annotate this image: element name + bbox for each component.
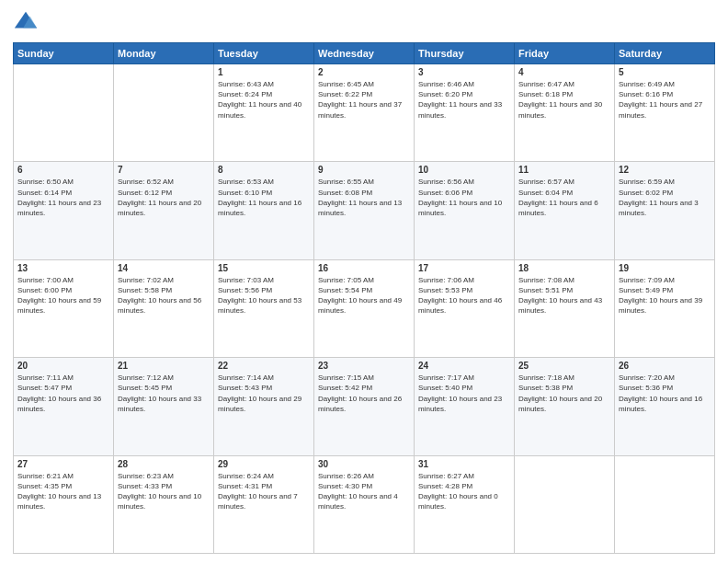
day-cell: 1Sunrise: 6:43 AM Sunset: 6:24 PM Daylig… — [214, 64, 314, 162]
day-cell: 22Sunrise: 7:14 AM Sunset: 5:43 PM Dayli… — [214, 358, 314, 455]
day-info: Sunrise: 7:18 AM Sunset: 5:38 PM Dayligh… — [518, 373, 610, 414]
day-info: Sunrise: 6:27 AM Sunset: 4:28 PM Dayligh… — [418, 471, 510, 512]
day-header-monday: Monday — [114, 43, 214, 64]
logo — [13, 9, 42, 35]
day-number: 26 — [619, 361, 711, 371]
day-info: Sunrise: 6:43 AM Sunset: 6:24 PM Dayligh… — [218, 79, 310, 121]
day-info: Sunrise: 7:02 AM Sunset: 5:58 PM Dayligh… — [118, 275, 210, 316]
day-header-thursday: Thursday — [415, 43, 515, 64]
day-info: Sunrise: 7:12 AM Sunset: 5:45 PM Dayligh… — [118, 373, 210, 414]
day-header-friday: Friday — [515, 43, 615, 64]
day-number: 20 — [17, 361, 109, 371]
day-number: 17 — [418, 263, 510, 273]
day-header-sunday: Sunday — [14, 43, 114, 64]
day-number: 12 — [619, 165, 711, 175]
day-number: 30 — [318, 459, 410, 469]
day-number: 29 — [218, 459, 310, 469]
day-header-tuesday: Tuesday — [214, 43, 314, 64]
day-info: Sunrise: 7:11 AM Sunset: 5:47 PM Dayligh… — [17, 373, 109, 414]
day-cell: 28Sunrise: 6:23 AM Sunset: 4:33 PM Dayli… — [114, 455, 214, 553]
day-number: 25 — [518, 361, 610, 371]
day-cell — [615, 455, 715, 553]
day-cell: 8Sunrise: 6:53 AM Sunset: 6:10 PM Daylig… — [214, 162, 314, 259]
day-cell: 25Sunrise: 7:18 AM Sunset: 5:38 PM Dayli… — [515, 358, 615, 455]
day-header-wednesday: Wednesday — [314, 43, 415, 64]
day-cell: 20Sunrise: 7:11 AM Sunset: 5:47 PM Dayli… — [14, 358, 114, 455]
header-row: SundayMondayTuesdayWednesdayThursdayFrid… — [14, 43, 715, 64]
day-number: 24 — [418, 361, 510, 371]
day-cell: 23Sunrise: 7:15 AM Sunset: 5:42 PM Dayli… — [314, 358, 415, 455]
day-info: Sunrise: 7:08 AM Sunset: 5:51 PM Dayligh… — [518, 275, 610, 316]
day-info: Sunrise: 6:57 AM Sunset: 6:04 PM Dayligh… — [518, 177, 610, 218]
day-cell: 4Sunrise: 6:47 AM Sunset: 6:18 PM Daylig… — [515, 64, 615, 162]
day-cell: 21Sunrise: 7:12 AM Sunset: 5:45 PM Dayli… — [114, 358, 214, 455]
day-number: 7 — [118, 165, 210, 175]
day-number: 14 — [118, 263, 210, 273]
logo-icon — [13, 9, 39, 35]
day-cell: 26Sunrise: 7:20 AM Sunset: 5:36 PM Dayli… — [615, 358, 715, 455]
day-cell: 6Sunrise: 6:50 AM Sunset: 6:14 PM Daylig… — [14, 162, 114, 259]
week-row-4: 20Sunrise: 7:11 AM Sunset: 5:47 PM Dayli… — [14, 358, 715, 455]
day-cell: 27Sunrise: 6:21 AM Sunset: 4:35 PM Dayli… — [14, 455, 114, 553]
day-info: Sunrise: 7:00 AM Sunset: 6:00 PM Dayligh… — [17, 275, 109, 316]
day-cell: 7Sunrise: 6:52 AM Sunset: 6:12 PM Daylig… — [114, 162, 214, 259]
day-number: 8 — [218, 165, 310, 175]
day-info: Sunrise: 7:20 AM Sunset: 5:36 PM Dayligh… — [619, 373, 711, 414]
day-info: Sunrise: 6:50 AM Sunset: 6:14 PM Dayligh… — [17, 177, 109, 218]
day-cell — [515, 455, 615, 553]
day-info: Sunrise: 7:05 AM Sunset: 5:54 PM Dayligh… — [318, 275, 410, 316]
day-number: 18 — [518, 263, 610, 273]
day-cell: 30Sunrise: 6:26 AM Sunset: 4:30 PM Dayli… — [314, 455, 415, 553]
day-info: Sunrise: 6:46 AM Sunset: 6:20 PM Dayligh… — [418, 79, 510, 121]
day-number: 10 — [418, 165, 510, 175]
day-cell: 14Sunrise: 7:02 AM Sunset: 5:58 PM Dayli… — [114, 259, 214, 357]
day-number: 21 — [118, 361, 210, 371]
day-info: Sunrise: 6:26 AM Sunset: 4:30 PM Dayligh… — [318, 471, 410, 512]
day-number: 22 — [218, 361, 310, 371]
day-cell: 15Sunrise: 7:03 AM Sunset: 5:56 PM Dayli… — [214, 259, 314, 357]
day-cell: 24Sunrise: 7:17 AM Sunset: 5:40 PM Dayli… — [415, 358, 515, 455]
day-info: Sunrise: 7:15 AM Sunset: 5:42 PM Dayligh… — [318, 373, 410, 414]
day-info: Sunrise: 7:03 AM Sunset: 5:56 PM Dayligh… — [218, 275, 310, 316]
day-info: Sunrise: 6:47 AM Sunset: 6:18 PM Dayligh… — [518, 79, 610, 121]
day-number: 1 — [218, 67, 310, 77]
day-cell: 18Sunrise: 7:08 AM Sunset: 5:51 PM Dayli… — [515, 259, 615, 357]
day-number: 31 — [418, 459, 510, 469]
day-number: 9 — [318, 165, 410, 175]
day-number: 13 — [17, 263, 109, 273]
day-cell: 3Sunrise: 6:46 AM Sunset: 6:20 PM Daylig… — [415, 64, 515, 162]
day-header-saturday: Saturday — [615, 43, 715, 64]
week-row-2: 6Sunrise: 6:50 AM Sunset: 6:14 PM Daylig… — [14, 162, 715, 259]
day-info: Sunrise: 6:52 AM Sunset: 6:12 PM Dayligh… — [118, 177, 210, 218]
day-info: Sunrise: 6:21 AM Sunset: 4:35 PM Dayligh… — [17, 471, 109, 512]
day-info: Sunrise: 6:59 AM Sunset: 6:02 PM Dayligh… — [619, 177, 711, 218]
day-number: 23 — [318, 361, 410, 371]
day-cell: 9Sunrise: 6:55 AM Sunset: 6:08 PM Daylig… — [314, 162, 415, 259]
day-number: 11 — [518, 165, 610, 175]
week-row-3: 13Sunrise: 7:00 AM Sunset: 6:00 PM Dayli… — [14, 259, 715, 357]
day-number: 19 — [619, 263, 711, 273]
header — [13, 9, 715, 35]
day-number: 28 — [118, 459, 210, 469]
day-info: Sunrise: 6:23 AM Sunset: 4:33 PM Dayligh… — [118, 471, 210, 512]
day-cell — [14, 64, 114, 162]
day-cell: 31Sunrise: 6:27 AM Sunset: 4:28 PM Dayli… — [415, 455, 515, 553]
week-row-1: 1Sunrise: 6:43 AM Sunset: 6:24 PM Daylig… — [14, 64, 715, 162]
day-cell: 29Sunrise: 6:24 AM Sunset: 4:31 PM Dayli… — [214, 455, 314, 553]
day-info: Sunrise: 7:14 AM Sunset: 5:43 PM Dayligh… — [218, 373, 310, 414]
day-cell: 10Sunrise: 6:56 AM Sunset: 6:06 PM Dayli… — [415, 162, 515, 259]
day-cell: 2Sunrise: 6:45 AM Sunset: 6:22 PM Daylig… — [314, 64, 415, 162]
week-row-5: 27Sunrise: 6:21 AM Sunset: 4:35 PM Dayli… — [14, 455, 715, 553]
day-cell: 12Sunrise: 6:59 AM Sunset: 6:02 PM Dayli… — [615, 162, 715, 259]
day-number: 6 — [17, 165, 109, 175]
day-info: Sunrise: 7:06 AM Sunset: 5:53 PM Dayligh… — [418, 275, 510, 316]
day-cell: 16Sunrise: 7:05 AM Sunset: 5:54 PM Dayli… — [314, 259, 415, 357]
day-number: 27 — [17, 459, 109, 469]
day-number: 5 — [619, 67, 711, 77]
day-cell: 17Sunrise: 7:06 AM Sunset: 5:53 PM Dayli… — [415, 259, 515, 357]
day-number: 4 — [518, 67, 610, 77]
page: SundayMondayTuesdayWednesdayThursdayFrid… — [0, 0, 728, 563]
day-info: Sunrise: 7:09 AM Sunset: 5:49 PM Dayligh… — [619, 275, 711, 316]
day-info: Sunrise: 6:53 AM Sunset: 6:10 PM Dayligh… — [218, 177, 310, 218]
day-info: Sunrise: 6:24 AM Sunset: 4:31 PM Dayligh… — [218, 471, 310, 512]
